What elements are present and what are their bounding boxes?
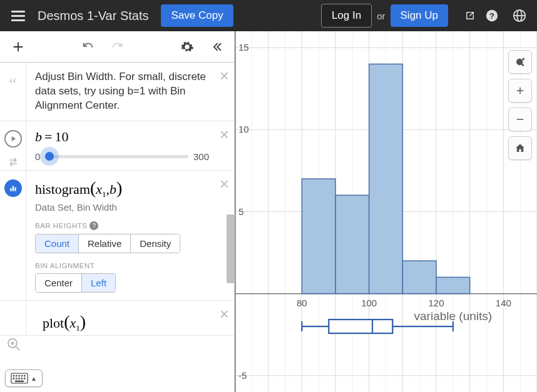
graph-settings-button[interactable] bbox=[508, 50, 532, 74]
zoom-fit-button[interactable] bbox=[6, 337, 21, 354]
svg-rect-7 bbox=[14, 188, 16, 191]
redo-button[interactable] bbox=[103, 33, 131, 61]
expression-math[interactable]: histogram(x1,b) bbox=[35, 178, 209, 199]
expression-row-histogram[interactable]: 9 histogram(x1,b) Data Set, Bin Width BA… bbox=[0, 171, 234, 301]
expression-row-slider[interactable]: 8 b=10 0 bbox=[0, 121, 234, 171]
svg-line-9 bbox=[16, 346, 19, 350]
expression-description: Data Set, Bin Width bbox=[35, 202, 209, 213]
svg-rect-15 bbox=[18, 375, 20, 377]
zoom-in-button[interactable] bbox=[508, 79, 532, 103]
swap-icon[interactable] bbox=[8, 156, 19, 170]
svg-rect-5 bbox=[10, 188, 11, 191]
note-text[interactable]: Adjust Bin Width. For small, discrete da… bbox=[35, 70, 209, 113]
svg-rect-68 bbox=[329, 319, 392, 333]
histogram-icon[interactable] bbox=[4, 179, 22, 197]
svg-rect-18 bbox=[13, 378, 15, 379]
home-button[interactable] bbox=[508, 136, 532, 160]
svg-text:variable (units): variable (units) bbox=[414, 309, 493, 323]
bin-alignment-label: BIN ALIGNMENT bbox=[35, 262, 209, 269]
play-animation-button[interactable] bbox=[4, 130, 22, 148]
svg-rect-51 bbox=[335, 195, 369, 293]
expression-math[interactable]: b=10 bbox=[35, 129, 209, 145]
scrollbar[interactable] bbox=[225, 63, 234, 392]
svg-text:10: 10 bbox=[238, 124, 249, 134]
svg-text:-5: -5 bbox=[238, 370, 247, 381]
menu-button[interactable] bbox=[6, 6, 30, 26]
settings-button[interactable] bbox=[173, 33, 202, 61]
signup-button[interactable]: Sign Up bbox=[391, 4, 448, 27]
expression-row-boxplot[interactable]: plot(x1) × bbox=[0, 301, 234, 335]
bin-alignment-center[interactable]: Center bbox=[36, 274, 82, 292]
bin-alignment-left[interactable]: Left bbox=[82, 274, 115, 292]
svg-text:15: 15 bbox=[238, 42, 249, 53]
scrollbar-thumb[interactable] bbox=[227, 214, 234, 283]
app-title: Desmos 1-Var Stats bbox=[38, 9, 148, 23]
svg-rect-6 bbox=[12, 186, 13, 191]
svg-rect-17 bbox=[24, 375, 26, 377]
undo-button[interactable] bbox=[74, 33, 103, 61]
bar-heights-relative[interactable]: Relative bbox=[79, 234, 131, 253]
svg-rect-19 bbox=[16, 378, 18, 379]
graph-canvas[interactable]: 80100120140-551015variable (units) bbox=[235, 31, 537, 392]
svg-text:?: ? bbox=[489, 11, 494, 21]
svg-rect-70 bbox=[517, 119, 524, 120]
note-icon: “ bbox=[9, 71, 16, 93]
svg-rect-50 bbox=[302, 179, 335, 294]
add-expression-button[interactable] bbox=[4, 33, 33, 61]
svg-text:120: 120 bbox=[428, 298, 444, 308]
svg-rect-20 bbox=[18, 378, 20, 379]
keyboard-toggle[interactable]: ▲ bbox=[5, 369, 43, 387]
bar-heights-density[interactable]: Density bbox=[131, 234, 180, 253]
svg-rect-54 bbox=[436, 277, 470, 293]
slider-thumb[interactable] bbox=[45, 152, 54, 161]
help-icon[interactable]: ? bbox=[481, 4, 503, 27]
svg-text:80: 80 bbox=[297, 298, 307, 308]
collapse-panel-button[interactable] bbox=[202, 33, 230, 61]
bar-heights-group: Count Relative Density bbox=[35, 234, 180, 253]
help-hint-icon[interactable]: ? bbox=[90, 221, 98, 230]
bar-heights-count[interactable]: Count bbox=[36, 234, 79, 253]
slider-min[interactable]: 0 bbox=[35, 151, 40, 162]
svg-rect-52 bbox=[369, 64, 403, 293]
svg-rect-21 bbox=[21, 378, 23, 379]
svg-text:5: 5 bbox=[238, 206, 243, 217]
svg-rect-23 bbox=[15, 381, 24, 383]
bar-heights-label: BAR HEIGHTS ? bbox=[35, 221, 209, 230]
svg-rect-14 bbox=[16, 375, 18, 377]
login-button[interactable]: Log In bbox=[321, 4, 372, 28]
svg-rect-13 bbox=[13, 375, 15, 377]
expression-math[interactable]: plot(x1) bbox=[31, 312, 209, 333]
svg-rect-53 bbox=[402, 261, 436, 293]
svg-text:100: 100 bbox=[361, 298, 377, 308]
globe-icon[interactable] bbox=[508, 4, 531, 27]
svg-rect-16 bbox=[21, 375, 23, 377]
save-copy-button[interactable]: Save Copy bbox=[161, 4, 233, 27]
slider-max[interactable]: 300 bbox=[193, 151, 209, 162]
expression-row-note[interactable]: 7 “ Adjust Bin Width. For small, discret… bbox=[0, 63, 234, 121]
svg-rect-22 bbox=[24, 378, 26, 379]
svg-text:140: 140 bbox=[496, 298, 511, 308]
expression-toolbar bbox=[0, 31, 234, 63]
bin-alignment-group: Center Left bbox=[35, 273, 116, 293]
share-icon[interactable] bbox=[453, 4, 476, 27]
chevron-up-icon: ▲ bbox=[31, 375, 37, 382]
slider[interactable] bbox=[45, 155, 188, 158]
zoom-out-button[interactable] bbox=[508, 108, 532, 131]
or-text: or bbox=[377, 11, 385, 21]
